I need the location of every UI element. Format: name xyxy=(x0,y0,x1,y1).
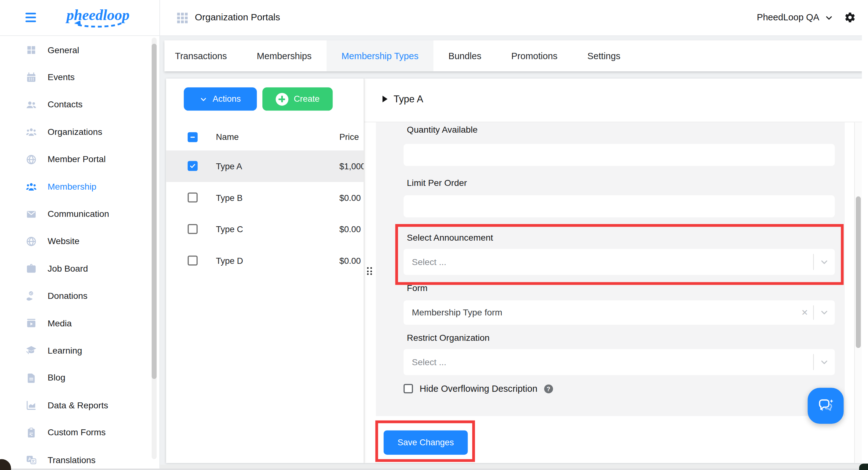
save-changes-button[interactable]: Save Changes xyxy=(383,430,468,455)
table-row-type-b[interactable]: Type B $0.00 xyxy=(166,182,364,214)
membership-types-list-panel: Actions Create Name Price Type A $1,000.… xyxy=(166,78,364,463)
sidebar-item-label: Website xyxy=(48,237,80,246)
sidebar-item-job-board[interactable]: Job Board xyxy=(0,255,159,282)
clear-x-icon[interactable]: ✕ xyxy=(801,308,808,317)
sidebar-item-label: Member Portal xyxy=(48,155,105,165)
tab-settings[interactable]: Settings xyxy=(572,40,636,71)
sidebar-item-contacts[interactable]: Contacts xyxy=(0,91,159,118)
settings-gear-icon[interactable] xyxy=(844,11,856,23)
table-body: Type A $1,000.00 Type B $0.00 Type C $0.… xyxy=(166,150,364,277)
hamburger-menu-icon[interactable] xyxy=(25,13,36,22)
sidebar-item-member-portal[interactable]: Member Portal xyxy=(0,146,159,173)
sidebar-item-label: Events xyxy=(48,73,74,82)
sidebar-menu: General Events Contacts Organizations Me… xyxy=(0,35,159,470)
sidebar-item-website[interactable]: Website xyxy=(0,228,159,255)
tab-membership-types[interactable]: Membership Types xyxy=(327,40,433,71)
logo-text: pheedloop xyxy=(65,7,129,23)
dropdown-separator xyxy=(813,354,814,370)
column-header-name: Name xyxy=(216,132,239,142)
tab-label: Transactions xyxy=(175,51,227,61)
row-checkbox[interactable] xyxy=(188,256,197,266)
sidebar-item-label: Translations xyxy=(48,455,95,465)
chevron-down-icon[interactable] xyxy=(819,308,829,317)
translate-icon: A xyxy=(25,454,37,466)
sidebar-item-communication[interactable]: Communication xyxy=(0,201,159,228)
learning-icon xyxy=(25,345,37,357)
tab-transactions[interactable]: Transactions xyxy=(164,40,242,71)
select-announcement-placeholder: Select ... xyxy=(412,257,446,267)
mail-icon xyxy=(25,208,37,220)
page-title: Organization Portals xyxy=(195,12,280,23)
row-name: Type B xyxy=(216,182,242,214)
top-bar: pheedloop Organization Portals PheedLoop… xyxy=(0,0,868,36)
tab-label: Promotions xyxy=(512,51,558,61)
row-name: Type C xyxy=(216,213,243,245)
top-bar-left: pheedloop xyxy=(0,0,160,35)
chevron-down-icon[interactable] xyxy=(819,357,829,367)
sidebar-item-organizations[interactable]: Organizations xyxy=(0,119,159,146)
chevron-down-icon[interactable] xyxy=(819,257,829,267)
row-checkbox[interactable] xyxy=(188,161,197,171)
panel-resize-handle[interactable] xyxy=(367,267,372,275)
chevron-down-icon xyxy=(200,95,207,103)
sidebar-item-blog[interactable]: Blog xyxy=(0,364,159,392)
table-row-type-a[interactable]: Type A $1,000.00 xyxy=(166,150,364,182)
tab-label: Membership Types xyxy=(342,51,418,61)
tab-promotions[interactable]: Promotions xyxy=(496,40,572,71)
sidebar-item-custom-forms[interactable]: Custom Forms xyxy=(0,419,159,446)
actions-button[interactable]: Actions xyxy=(184,87,257,110)
form-dropdown[interactable]: Membership Type form ✕ xyxy=(404,300,835,325)
chat-support-button[interactable] xyxy=(808,388,844,424)
restrict-organization-dropdown[interactable]: Select ... xyxy=(404,349,835,375)
doc-icon xyxy=(25,372,37,384)
dropdown-separator xyxy=(813,254,814,270)
sidebar-item-label: Communication xyxy=(48,209,109,219)
collapse-caret-icon[interactable] xyxy=(383,96,388,102)
sidebar-item-data-reports[interactable]: Data & Reports xyxy=(0,392,159,419)
create-button-label: Create xyxy=(294,94,319,104)
table-row-type-d[interactable]: Type D $0.00 xyxy=(166,245,364,277)
sidebar-item-donations[interactable]: Donations xyxy=(0,282,159,310)
tab-memberships[interactable]: Memberships xyxy=(242,40,327,71)
help-question-icon[interactable]: ? xyxy=(544,384,553,393)
bottom-edge xyxy=(0,468,868,470)
quantity-available-label: Quantity Available xyxy=(407,125,477,135)
sidebar-scrollbar-thumb[interactable] xyxy=(152,44,157,379)
workspace-chevron-down-icon[interactable] xyxy=(824,13,834,23)
plus-icon xyxy=(276,93,288,105)
sidebar-item-translations[interactable]: A Translations xyxy=(0,446,159,470)
tab-bundles[interactable]: Bundles xyxy=(433,40,496,71)
sidebar-item-events[interactable]: Events xyxy=(0,64,159,91)
tab-label: Settings xyxy=(587,51,620,61)
select-all-checkbox[interactable] xyxy=(188,132,197,142)
row-checkbox[interactable] xyxy=(188,224,197,234)
sidebar-item-label: Learning xyxy=(48,346,82,356)
row-checkbox[interactable] xyxy=(188,193,197,202)
hide-overflow-checkbox[interactable] xyxy=(404,384,413,393)
table-header: Name Price xyxy=(166,125,364,151)
tab-label: Bundles xyxy=(448,51,481,61)
row-price: $0.00 xyxy=(339,213,361,245)
org-icon xyxy=(25,126,37,138)
app-switcher-grid-icon[interactable] xyxy=(177,13,188,24)
chat-bubbles-icon xyxy=(815,395,836,416)
sidebar-item-media[interactable]: Media xyxy=(0,310,159,337)
workspace-name[interactable]: PheedLoop QA xyxy=(757,12,819,23)
pheedloop-logo: pheedloop xyxy=(62,5,134,31)
select-announcement-dropdown[interactable]: Select ... xyxy=(404,249,835,275)
select-announcement-label: Select Announcement xyxy=(407,233,493,243)
dropdown-separator xyxy=(813,305,814,320)
column-header-price: Price xyxy=(339,132,359,142)
hide-overflow-label: Hide Overflowing Description xyxy=(420,383,537,394)
limit-per-order-input[interactable] xyxy=(404,195,835,217)
calendar-icon xyxy=(25,72,37,83)
table-row-type-c[interactable]: Type C $0.00 xyxy=(166,213,364,245)
sidebar-item-general[interactable]: General xyxy=(0,37,159,64)
sidebar-item-membership[interactable]: Membership xyxy=(0,173,159,200)
detail-scrollbar-thumb[interactable] xyxy=(856,197,861,348)
window-scrollbar-track[interactable] xyxy=(862,0,868,470)
sidebar-item-learning[interactable]: Learning xyxy=(0,337,159,364)
form-label: Form xyxy=(407,283,427,293)
quantity-available-input[interactable] xyxy=(404,144,835,166)
create-button[interactable]: Create xyxy=(262,87,333,110)
